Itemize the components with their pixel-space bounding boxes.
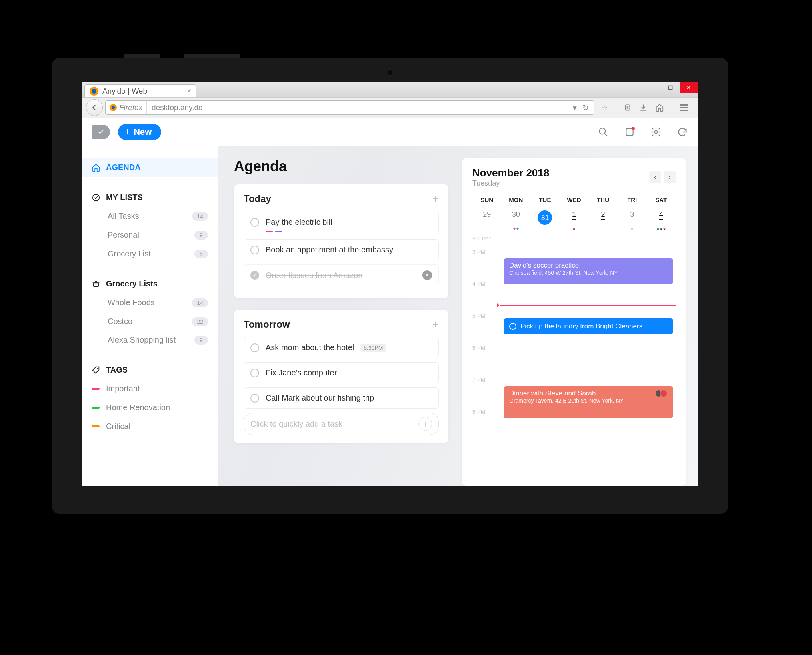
dropdown-icon[interactable]: ▾ — [573, 103, 577, 112]
maximize-button[interactable]: ☐ — [661, 82, 680, 93]
sidebar-item-personal[interactable]: Personal 9 — [82, 226, 218, 244]
weekday-label: THU — [588, 196, 618, 203]
timeline: ALL DAY 3 PM 4 PM 5 PM 6 PM 7 PM 8 PM Da… — [472, 236, 676, 486]
sidebar-section-tags[interactable]: TAGS — [82, 361, 218, 379]
sidebar-item-all-tasks[interactable]: All Tasks 14 — [82, 207, 218, 226]
firefox-icon — [110, 104, 117, 111]
task-checkbox-done[interactable] — [250, 271, 259, 280]
app-body: AGENDA MY LISTS All Tasks 14 — [82, 146, 698, 486]
event-laundry[interactable]: Pick up the laundry from Bright Cleaners — [504, 318, 673, 334]
tag-color-icon — [92, 425, 100, 427]
date-cell[interactable]: 30 — [502, 207, 531, 230]
sidebar-item-agenda[interactable]: AGENDA — [82, 158, 218, 177]
task-checkbox[interactable] — [250, 394, 259, 403]
settings-icon[interactable] — [650, 126, 662, 138]
task-checkbox[interactable] — [250, 343, 259, 352]
sync-icon[interactable] — [676, 126, 688, 138]
sidebar-item-costco[interactable]: Costco 22 — [82, 312, 218, 331]
nav-back-button[interactable] — [86, 99, 103, 116]
clipboard-icon[interactable] — [624, 104, 631, 112]
star-icon[interactable]: ☆ — [602, 104, 608, 112]
task-row[interactable]: Fix Jane's computer — [244, 362, 439, 383]
url-bar[interactable]: Firefox desktop.any.do ▾ ↻ — [105, 100, 594, 115]
task-tags — [266, 231, 282, 232]
date-cell[interactable]: 4 — [646, 207, 676, 230]
task-remove-button[interactable]: × — [422, 270, 432, 280]
tab-close-icon[interactable]: × — [187, 87, 191, 95]
task-text: Fix Jane's computer — [266, 368, 337, 377]
task-text: Book an appotiment at the embassy — [266, 245, 393, 254]
tomorrow-card: Tomorrow + Ask mom about the hotel 5:30P… — [234, 310, 448, 443]
sidebar-tag-critical[interactable]: Critical — [82, 417, 218, 436]
task-row[interactable]: Order tissues from Amazon × — [244, 264, 439, 286]
task-row[interactable]: Pay the electric bill — [244, 212, 439, 235]
weekday-label: SUN — [472, 196, 502, 203]
reload-icon[interactable]: ↻ — [582, 103, 589, 112]
submit-icon[interactable]: ↑ — [418, 417, 432, 431]
separator — [672, 103, 672, 112]
date-cell[interactable]: 29 — [472, 207, 502, 230]
power-button — [124, 54, 160, 58]
allday-label: ALL DAY — [472, 236, 492, 242]
close-button[interactable]: ✕ — [680, 82, 698, 93]
menu-icon[interactable] — [680, 104, 688, 111]
hour-label: 4 PM — [472, 281, 486, 287]
camera-icon — [387, 69, 393, 76]
sidebar-tag-home-renovation[interactable]: Home Renovation — [82, 398, 218, 417]
add-tomorrow-button[interactable]: + — [432, 318, 439, 331]
app-root: + New — [82, 118, 698, 486]
minimize-button[interactable]: — — [643, 82, 661, 93]
basket-icon — [92, 280, 100, 288]
arrow-left-icon — [91, 104, 98, 111]
svg-point-5 — [599, 128, 605, 134]
check-circle-icon — [92, 193, 100, 202]
task-checkbox[interactable] — [250, 369, 259, 377]
notifications-icon[interactable] — [624, 126, 636, 138]
task-row[interactable]: Book an appotiment at the embassy — [244, 239, 439, 260]
sidebar-item-whole-foods[interactable]: Whole Foods 14 — [82, 293, 218, 312]
today-title: Today — [244, 193, 271, 204]
calendar-nav: ‹ › — [649, 171, 676, 183]
add-today-button[interactable]: + — [432, 192, 439, 205]
calendar-month: November 2018 — [472, 167, 549, 179]
svg-line-6 — [604, 133, 607, 136]
task-checkbox[interactable] — [250, 218, 259, 227]
calendar-prev-button[interactable]: ‹ — [649, 171, 661, 183]
date-cell[interactable]: 1 — [560, 207, 589, 230]
hour-label: 8 PM — [472, 409, 486, 415]
svg-point-10 — [97, 368, 98, 369]
event-ring-icon — [509, 323, 516, 330]
weekday-header: SUN MON TUE WED THU FRI SAT — [472, 196, 676, 203]
sidebar-item-grocery-list[interactable]: Grocery List 5 — [82, 244, 218, 263]
main-column: Agenda Today + Pay the electric bill — [218, 146, 458, 486]
date-cell[interactable]: 2 — [588, 207, 618, 230]
home-icon[interactable] — [655, 103, 664, 112]
date-cell-selected[interactable]: 31 — [530, 207, 560, 230]
date-cell[interactable]: 3 — [618, 207, 647, 230]
new-button[interactable]: + New — [118, 124, 161, 140]
sidebar-tag-important[interactable]: Important — [82, 379, 218, 398]
tag-color-icon — [92, 407, 100, 409]
quick-add-input[interactable]: Click to quickly add a task ↑ — [244, 413, 439, 435]
event-dinner[interactable]: Dinner with Steve and Sarah Gramercy Tav… — [504, 386, 673, 418]
browser-tab[interactable]: Any.do | Web × — [84, 84, 196, 97]
task-row[interactable]: Call Mark about our fishing trip — [244, 387, 439, 409]
tablet-frame: Any.do | Web × — ☐ ✕ Firefox desktop.any… — [52, 58, 728, 514]
task-row[interactable]: Ask mom about the hotel 5:30PM — [244, 337, 439, 358]
task-text: Pay the electric bill — [266, 218, 332, 227]
sidebar-item-alexa[interactable]: Alexa Shopping list 9 — [82, 331, 218, 349]
tab-title: Any.do | Web — [102, 87, 147, 96]
task-checkbox[interactable] — [250, 246, 259, 254]
sidebar: AGENDA MY LISTS All Tasks 14 — [82, 146, 218, 486]
app-logo[interactable] — [92, 125, 110, 139]
tag-color-icon — [266, 231, 273, 232]
notification-dot-icon — [632, 127, 635, 130]
sidebar-section-grocery-lists[interactable]: Grocery Lists — [82, 274, 218, 293]
search-icon[interactable] — [597, 126, 609, 138]
calendar-next-button[interactable]: › — [664, 171, 676, 183]
sidebar-section-mylists[interactable]: MY LISTS — [82, 188, 218, 207]
event-soccer[interactable]: David's soccer practice Chelsea field, 4… — [504, 258, 673, 284]
calendar-header: November 2018 Tuesday ‹ › — [472, 167, 676, 188]
download-icon[interactable] — [639, 104, 647, 112]
attendees-icon — [655, 389, 668, 397]
